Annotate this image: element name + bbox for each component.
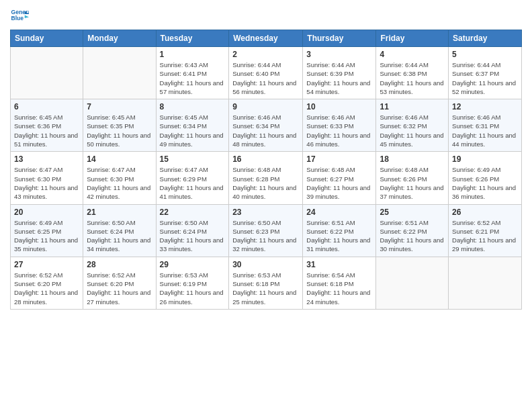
day-number: 7 — [87, 102, 152, 111]
day-number: 10 — [306, 102, 372, 111]
day-info: Sunrise: 6:48 AM Sunset: 6:26 PM Dayligh… — [380, 165, 445, 201]
calendar-cell: 6Sunrise: 6:45 AM Sunset: 6:36 PM Daylig… — [11, 99, 83, 152]
day-number: 28 — [87, 260, 152, 269]
day-number: 11 — [380, 102, 445, 111]
calendar-week-row: 13Sunrise: 6:47 AM Sunset: 6:30 PM Dayli… — [11, 152, 522, 204]
day-info: Sunrise: 6:51 AM Sunset: 6:22 PM Dayligh… — [306, 218, 372, 254]
calendar-cell: 7Sunrise: 6:45 AM Sunset: 6:35 PM Daylig… — [83, 99, 156, 152]
calendar-week-row: 6Sunrise: 6:45 AM Sunset: 6:36 PM Daylig… — [11, 99, 522, 152]
day-number: 1 — [160, 50, 226, 59]
day-info: Sunrise: 6:54 AM Sunset: 6:18 PM Dayligh… — [306, 271, 372, 306]
day-number: 2 — [232, 50, 299, 59]
day-number: 18 — [380, 154, 445, 164]
calendar-cell: 22Sunrise: 6:50 AM Sunset: 6:24 PM Dayli… — [156, 204, 229, 257]
svg-text:Blue: Blue — [11, 15, 24, 21]
day-number: 27 — [14, 260, 79, 269]
calendar-cell: 21Sunrise: 6:50 AM Sunset: 6:24 PM Dayli… — [83, 204, 156, 257]
day-number: 29 — [160, 260, 226, 269]
calendar-weekday-sunday: Sunday — [11, 30, 83, 47]
calendar-week-row: 1Sunrise: 6:43 AM Sunset: 6:41 PM Daylig… — [11, 47, 522, 99]
calendar-weekday-wednesday: Wednesday — [229, 30, 303, 47]
day-info: Sunrise: 6:50 AM Sunset: 6:24 PM Dayligh… — [87, 218, 152, 254]
day-number: 23 — [232, 208, 299, 217]
day-info: Sunrise: 6:45 AM Sunset: 6:35 PM Dayligh… — [87, 113, 152, 148]
calendar-cell: 15Sunrise: 6:47 AM Sunset: 6:29 PM Dayli… — [156, 152, 229, 204]
calendar-weekday-thursday: Thursday — [303, 30, 376, 47]
calendar-cell: 25Sunrise: 6:51 AM Sunset: 6:22 PM Dayli… — [376, 204, 449, 257]
calendar-cell: 8Sunrise: 6:45 AM Sunset: 6:34 PM Daylig… — [156, 99, 229, 152]
day-number: 9 — [232, 102, 299, 111]
day-number: 30 — [232, 260, 299, 269]
day-number: 17 — [306, 154, 372, 164]
calendar-cell: 20Sunrise: 6:49 AM Sunset: 6:25 PM Dayli… — [11, 204, 83, 257]
day-number: 31 — [306, 260, 372, 269]
day-info: Sunrise: 6:44 AM Sunset: 6:37 PM Dayligh… — [452, 60, 518, 96]
calendar-cell: 29Sunrise: 6:53 AM Sunset: 6:19 PM Dayli… — [156, 257, 229, 309]
day-info: Sunrise: 6:49 AM Sunset: 6:25 PM Dayligh… — [14, 218, 79, 254]
day-info: Sunrise: 6:44 AM Sunset: 6:38 PM Dayligh… — [380, 60, 445, 96]
day-info: Sunrise: 6:48 AM Sunset: 6:27 PM Dayligh… — [306, 165, 372, 201]
logo-icon: General Blue — [10, 7, 29, 26]
day-info: Sunrise: 6:47 AM Sunset: 6:29 PM Dayligh… — [160, 165, 226, 201]
day-number: 14 — [87, 154, 152, 164]
calendar-cell: 27Sunrise: 6:52 AM Sunset: 6:20 PM Dayli… — [11, 257, 83, 309]
day-info: Sunrise: 6:46 AM Sunset: 6:32 PM Dayligh… — [380, 113, 445, 148]
calendar-cell: 24Sunrise: 6:51 AM Sunset: 6:22 PM Dayli… — [303, 204, 376, 257]
calendar-weekday-monday: Monday — [83, 30, 156, 47]
day-number: 4 — [380, 50, 445, 59]
day-info: Sunrise: 6:53 AM Sunset: 6:18 PM Dayligh… — [232, 271, 299, 306]
calendar-cell: 23Sunrise: 6:50 AM Sunset: 6:23 PM Dayli… — [229, 204, 303, 257]
calendar-cell — [449, 257, 522, 309]
calendar-weekday-tuesday: Tuesday — [156, 30, 229, 47]
day-info: Sunrise: 6:46 AM Sunset: 6:33 PM Dayligh… — [306, 113, 372, 148]
calendar-table: SundayMondayTuesdayWednesdayThursdayFrid… — [10, 30, 522, 310]
calendar-cell: 3Sunrise: 6:44 AM Sunset: 6:39 PM Daylig… — [303, 47, 376, 99]
day-number: 20 — [14, 208, 79, 217]
logo: General Blue — [10, 7, 29, 26]
day-info: Sunrise: 6:43 AM Sunset: 6:41 PM Dayligh… — [160, 60, 226, 96]
day-info: Sunrise: 6:44 AM Sunset: 6:39 PM Dayligh… — [306, 60, 372, 96]
page-header: General Blue — [10, 7, 522, 26]
calendar-cell: 16Sunrise: 6:48 AM Sunset: 6:28 PM Dayli… — [229, 152, 303, 204]
day-info: Sunrise: 6:52 AM Sunset: 6:21 PM Dayligh… — [452, 218, 518, 254]
calendar-cell — [83, 47, 156, 99]
calendar-cell: 10Sunrise: 6:46 AM Sunset: 6:33 PM Dayli… — [303, 99, 376, 152]
calendar-cell: 12Sunrise: 6:46 AM Sunset: 6:31 PM Dayli… — [449, 99, 522, 152]
svg-text:General: General — [11, 9, 29, 15]
calendar-cell — [376, 257, 449, 309]
day-number: 16 — [232, 154, 299, 164]
day-info: Sunrise: 6:47 AM Sunset: 6:30 PM Dayligh… — [14, 165, 79, 201]
day-info: Sunrise: 6:50 AM Sunset: 6:23 PM Dayligh… — [232, 218, 299, 254]
day-info: Sunrise: 6:51 AM Sunset: 6:22 PM Dayligh… — [380, 218, 445, 254]
day-number: 13 — [14, 154, 79, 164]
calendar-cell: 14Sunrise: 6:47 AM Sunset: 6:30 PM Dayli… — [83, 152, 156, 204]
calendar-weekday-saturday: Saturday — [449, 30, 522, 47]
day-info: Sunrise: 6:46 AM Sunset: 6:34 PM Dayligh… — [232, 113, 299, 148]
calendar-cell: 30Sunrise: 6:53 AM Sunset: 6:18 PM Dayli… — [229, 257, 303, 309]
calendar-cell: 18Sunrise: 6:48 AM Sunset: 6:26 PM Dayli… — [376, 152, 449, 204]
day-number: 3 — [306, 50, 372, 59]
day-info: Sunrise: 6:48 AM Sunset: 6:28 PM Dayligh… — [232, 165, 299, 201]
day-number: 19 — [452, 154, 518, 164]
day-info: Sunrise: 6:46 AM Sunset: 6:31 PM Dayligh… — [452, 113, 518, 148]
day-info: Sunrise: 6:45 AM Sunset: 6:36 PM Dayligh… — [14, 113, 79, 148]
day-number: 24 — [306, 208, 372, 217]
calendar-week-row: 20Sunrise: 6:49 AM Sunset: 6:25 PM Dayli… — [11, 204, 522, 257]
day-number: 22 — [160, 208, 226, 217]
calendar-week-row: 27Sunrise: 6:52 AM Sunset: 6:20 PM Dayli… — [11, 257, 522, 309]
day-info: Sunrise: 6:53 AM Sunset: 6:19 PM Dayligh… — [160, 271, 226, 306]
day-number: 25 — [380, 208, 445, 217]
day-number: 26 — [452, 208, 518, 217]
day-number: 8 — [160, 102, 226, 111]
day-info: Sunrise: 6:47 AM Sunset: 6:30 PM Dayligh… — [87, 165, 152, 201]
day-number: 12 — [452, 102, 518, 111]
calendar-header-row: SundayMondayTuesdayWednesdayThursdayFrid… — [11, 30, 522, 47]
calendar-cell: 28Sunrise: 6:52 AM Sunset: 6:20 PM Dayli… — [83, 257, 156, 309]
calendar-cell — [11, 47, 83, 99]
calendar-cell: 9Sunrise: 6:46 AM Sunset: 6:34 PM Daylig… — [229, 99, 303, 152]
calendar-weekday-friday: Friday — [376, 30, 449, 47]
calendar-cell: 17Sunrise: 6:48 AM Sunset: 6:27 PM Dayli… — [303, 152, 376, 204]
calendar-cell: 1Sunrise: 6:43 AM Sunset: 6:41 PM Daylig… — [156, 47, 229, 99]
calendar-cell: 13Sunrise: 6:47 AM Sunset: 6:30 PM Dayli… — [11, 152, 83, 204]
day-info: Sunrise: 6:52 AM Sunset: 6:20 PM Dayligh… — [14, 271, 79, 306]
